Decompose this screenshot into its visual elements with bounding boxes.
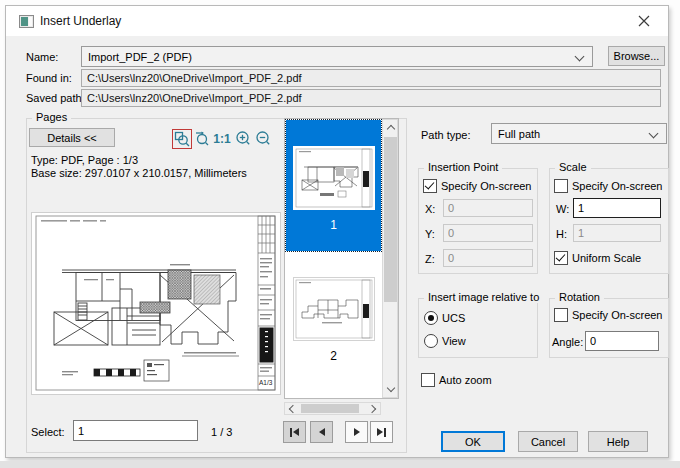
insertion-specify-label: Specify On-screen bbox=[441, 180, 531, 192]
saved-path-value: C:\Users\lnz20\OneDrive\Import_PDF_2.pdf bbox=[87, 92, 302, 104]
first-page-icon[interactable] bbox=[283, 421, 306, 443]
ok-button[interactable]: OK bbox=[441, 431, 505, 452]
close-icon[interactable] bbox=[630, 11, 658, 31]
app-icon bbox=[19, 15, 34, 28]
rotation-specify-checkbox[interactable]: Specify On-screen bbox=[554, 308, 662, 322]
name-label: Name: bbox=[26, 51, 58, 63]
zoom-dynamic-icon[interactable] bbox=[193, 129, 211, 147]
ucs-label: UCS bbox=[442, 312, 465, 324]
rotation-specify-label: Specify On-screen bbox=[572, 309, 662, 321]
saved-path-label: Saved path: bbox=[26, 92, 85, 104]
scroll-up-icon[interactable] bbox=[383, 120, 398, 135]
checkbox-unchecked-icon bbox=[421, 373, 435, 387]
view-radio[interactable]: View bbox=[424, 334, 466, 348]
auto-zoom-checkbox[interactable]: Auto zoom bbox=[421, 373, 492, 387]
scroll-down-icon[interactable] bbox=[383, 382, 398, 397]
zoom-out-icon[interactable] bbox=[254, 129, 272, 147]
uniform-scale-checkbox[interactable]: Uniform Scale bbox=[554, 251, 641, 265]
thumbnail-vertical-scrollbar[interactable] bbox=[382, 119, 398, 398]
preview-pane: A1/3 bbox=[31, 212, 281, 395]
base-size-line: Base size: 297.0107 x 210.0157, Millimet… bbox=[31, 167, 247, 179]
name-value: Import_PDF_2 (PDF) bbox=[88, 51, 192, 63]
ucs-radio[interactable]: UCS bbox=[424, 311, 465, 325]
vertical-scroll-thumb[interactable] bbox=[384, 137, 397, 302]
svg-text:A1/3: A1/3 bbox=[259, 379, 273, 386]
select-page-input[interactable] bbox=[73, 420, 198, 441]
browse-button[interactable]: Browse... bbox=[608, 46, 665, 66]
screenshot-stage: Insert Underlay Name: Import_PDF_2 (PDF)… bbox=[0, 0, 680, 468]
insertion-point-group-label: Insertion Point bbox=[424, 161, 502, 173]
preview-floor-plan: A1/3 bbox=[32, 213, 280, 394]
h-label: H: bbox=[556, 228, 567, 240]
path-type-value: Full path bbox=[498, 128, 540, 140]
relative-group-label: Insert image relative to bbox=[424, 291, 543, 303]
page-title: Insert Underlay bbox=[40, 14, 121, 28]
y-label: Y: bbox=[425, 228, 435, 240]
scale-group-label: Scale bbox=[555, 161, 591, 173]
name-combobox[interactable]: Import_PDF_2 (PDF) bbox=[81, 46, 593, 67]
help-label: Help bbox=[607, 436, 630, 448]
z-input bbox=[443, 249, 533, 267]
scroll-right-icon[interactable] bbox=[367, 403, 380, 415]
found-in-field: C:\Users\lnz20\OneDrive\Import_PDF_2.pdf bbox=[81, 69, 661, 87]
thumbnail-1-label: 1 bbox=[330, 218, 337, 232]
zoom-in-icon[interactable] bbox=[234, 129, 252, 147]
page-type-line: Type: PDF, Page : 1/3 bbox=[31, 154, 138, 166]
thumbnail-horizontal-scrollbar[interactable] bbox=[284, 402, 381, 415]
view-label: View bbox=[442, 335, 466, 347]
checkbox-checked-icon bbox=[554, 251, 568, 265]
thumbnail-page-2[interactable]: 2 bbox=[286, 255, 381, 387]
thumbnail-1-image bbox=[293, 146, 375, 210]
page-indicator: 1 / 3 bbox=[211, 426, 232, 438]
previous-page-icon[interactable] bbox=[310, 421, 333, 443]
title-bar[interactable]: Insert Underlay bbox=[6, 6, 668, 36]
cancel-label: Cancel bbox=[531, 436, 565, 448]
select-label: Select: bbox=[31, 426, 65, 438]
insertion-specify-checkbox[interactable]: Specify On-screen bbox=[423, 179, 531, 193]
pages-group-label: Pages bbox=[32, 111, 71, 123]
saved-path-field: C:\Users\lnz20\OneDrive\Import_PDF_2.pdf bbox=[81, 89, 661, 107]
w-label: W: bbox=[556, 203, 569, 215]
rotation-group-label: Rotation bbox=[555, 291, 604, 303]
radio-unselected-icon bbox=[424, 334, 438, 348]
thumbnail-2-label: 2 bbox=[330, 349, 337, 363]
chevron-down-icon bbox=[649, 129, 659, 139]
scroll-left-icon[interactable] bbox=[285, 403, 298, 415]
w-input[interactable] bbox=[573, 198, 661, 218]
path-type-combobox[interactable]: Full path bbox=[491, 123, 667, 144]
details-label: Details << bbox=[47, 132, 97, 144]
angle-label: Angle: bbox=[552, 336, 583, 348]
z-label: Z: bbox=[425, 253, 435, 265]
angle-input[interactable] bbox=[585, 331, 659, 351]
thumbnail-2-image bbox=[293, 277, 375, 341]
auto-zoom-label: Auto zoom bbox=[439, 374, 492, 386]
x-input bbox=[443, 199, 533, 217]
ok-label: OK bbox=[465, 436, 481, 448]
last-page-icon[interactable] bbox=[370, 421, 393, 443]
checkbox-unchecked-icon bbox=[554, 179, 568, 193]
found-in-value: C:\Users\lnz20\OneDrive\Import_PDF_2.pdf bbox=[87, 72, 302, 84]
horizontal-scroll-thumb[interactable] bbox=[301, 404, 359, 413]
h-input bbox=[573, 224, 661, 242]
details-toggle-button[interactable]: Details << bbox=[29, 128, 115, 147]
scale-specify-label: Specify On-screen bbox=[572, 180, 662, 192]
radio-selected-icon bbox=[424, 311, 438, 325]
browse-label: Browse... bbox=[614, 50, 660, 62]
zoom-ratio-label: 1:1 bbox=[213, 132, 230, 146]
zoom-window-icon[interactable] bbox=[172, 129, 192, 149]
path-type-label: Path type: bbox=[421, 129, 471, 141]
next-page-icon[interactable] bbox=[345, 421, 368, 443]
uniform-scale-label: Uniform Scale bbox=[572, 252, 641, 264]
y-input bbox=[443, 224, 533, 242]
found-in-label: Found in: bbox=[26, 72, 72, 84]
help-button[interactable]: Help bbox=[588, 431, 648, 452]
thumbnail-page-1[interactable]: 1 bbox=[286, 120, 381, 251]
insert-underlay-dialog: Insert Underlay Name: Import_PDF_2 (PDF)… bbox=[5, 5, 669, 458]
checkbox-checked-icon bbox=[423, 179, 437, 193]
scale-specify-checkbox[interactable]: Specify On-screen bbox=[554, 179, 662, 193]
zoom-ratio-1-1[interactable]: 1:1 bbox=[213, 130, 231, 148]
chevron-down-icon bbox=[575, 52, 585, 62]
x-label: X: bbox=[425, 203, 435, 215]
relative-group: Insert image relative to bbox=[418, 298, 538, 358]
cancel-button[interactable]: Cancel bbox=[518, 431, 578, 452]
